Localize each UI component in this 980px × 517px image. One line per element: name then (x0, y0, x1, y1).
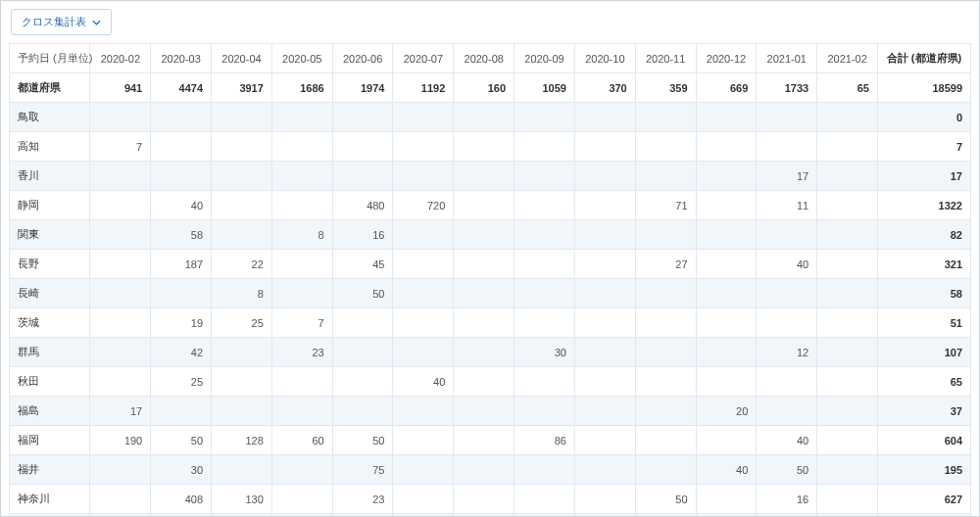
cell (271, 191, 332, 220)
cell (574, 338, 635, 367)
cell (393, 397, 454, 426)
table-row: 茨城1925751 (10, 308, 971, 338)
cell (757, 279, 817, 308)
cell (635, 220, 696, 250)
cell (817, 162, 878, 191)
cell: 50 (332, 426, 393, 455)
row-label: 長崎 (10, 279, 90, 308)
cell (212, 191, 272, 220)
cell (271, 367, 332, 397)
cell (574, 514, 635, 518)
cell: 1059 (514, 73, 575, 103)
cell (817, 338, 878, 367)
cell (393, 426, 454, 455)
cell: 23 (271, 338, 332, 367)
cell (635, 455, 696, 485)
cell (514, 191, 575, 220)
cell (393, 279, 454, 308)
cell: 22 (212, 250, 272, 279)
cell: 1192 (393, 73, 454, 103)
row-label: 群馬 (10, 338, 90, 367)
cell (696, 308, 757, 338)
cell (393, 338, 454, 367)
cell (514, 103, 575, 132)
cell (574, 426, 635, 455)
cell (696, 485, 757, 514)
table-row: 群馬42233012107 (10, 338, 971, 367)
cell (454, 308, 514, 338)
row-total: 7 (877, 132, 970, 162)
row-label: 静岡 (10, 191, 90, 220)
cell (90, 367, 151, 397)
column-header: 2021-01 (757, 44, 817, 73)
cell (271, 485, 332, 514)
cell (635, 367, 696, 397)
cell: 42 (151, 338, 212, 367)
cell (635, 103, 696, 132)
cell (574, 162, 635, 191)
cell (454, 132, 514, 162)
cell: 40 (696, 455, 757, 485)
cell (454, 485, 514, 514)
crosstab-dropdown[interactable]: クロス集計表 (11, 9, 112, 35)
column-header: 2020-09 (514, 44, 575, 73)
cell (635, 426, 696, 455)
cell: 11 (757, 191, 817, 220)
row-header: 予約日 (月単位) (10, 44, 90, 73)
row-total: 195 (877, 455, 970, 485)
cell (696, 514, 757, 518)
cell (271, 397, 332, 426)
cell (271, 162, 332, 191)
cell: 16 (757, 485, 817, 514)
cell (454, 426, 514, 455)
cell (574, 103, 635, 132)
cell (393, 220, 454, 250)
table-row: 鳥取0 (10, 103, 971, 132)
cell (454, 250, 514, 279)
cell: 130 (212, 485, 272, 514)
cell (90, 250, 151, 279)
toolbar: クロス集計表 (1, 1, 979, 43)
cell (212, 132, 272, 162)
cell (90, 338, 151, 367)
table-row: 高知77 (10, 132, 971, 162)
cell (212, 338, 272, 367)
cell (454, 338, 514, 367)
cell (817, 103, 878, 132)
cell (574, 191, 635, 220)
cell (332, 308, 393, 338)
cell (514, 220, 575, 250)
row-label: 香川 (10, 162, 90, 191)
cell (817, 132, 878, 162)
cell: 160 (454, 73, 514, 103)
table-row: 福岡1905012860508640604 (10, 426, 971, 455)
cell: 45 (332, 250, 393, 279)
row-label: 長野 (10, 250, 90, 279)
cell (514, 279, 575, 308)
cell: 20 (696, 397, 757, 426)
cell (696, 279, 757, 308)
row-label: 神奈川 (10, 485, 90, 514)
cell (90, 191, 151, 220)
row-total: 58 (877, 279, 970, 308)
cell (574, 279, 635, 308)
cell: 30 (514, 338, 575, 367)
cell: 86 (514, 426, 575, 455)
cell: 17 (90, 397, 151, 426)
cell (90, 485, 151, 514)
table-row: 長崎85058 (10, 279, 971, 308)
cell (574, 367, 635, 397)
cell (696, 132, 757, 162)
cell (393, 308, 454, 338)
column-header: 2020-06 (332, 44, 393, 73)
column-header: 2020-05 (271, 44, 332, 73)
cell: 50 (332, 279, 393, 308)
row-total: 37 (877, 397, 970, 426)
cell (696, 426, 757, 455)
row-label: 鳥取 (10, 103, 90, 132)
row-total: 627 (877, 485, 970, 514)
cell: 75 (332, 455, 393, 485)
cell (757, 308, 817, 338)
cell (454, 514, 514, 518)
cell (514, 397, 575, 426)
